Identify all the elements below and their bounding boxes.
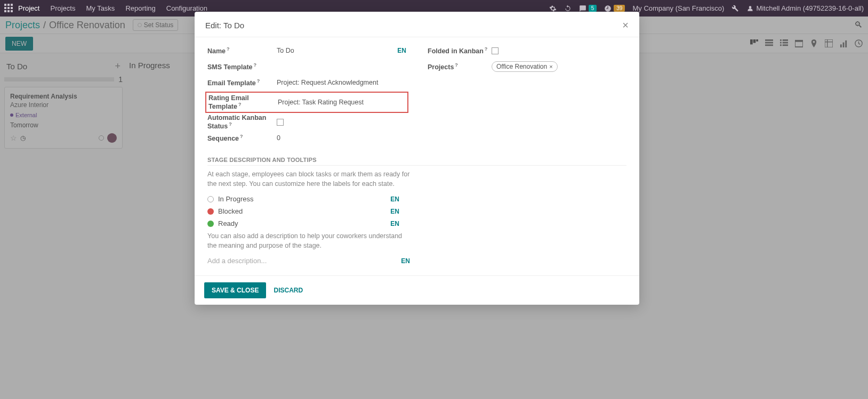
name-label: Name?	[207, 46, 277, 55]
modal-title: Edit: To Do	[205, 21, 244, 30]
description-field[interactable]: Add a description...	[207, 257, 267, 265]
lang-badge[interactable]: EN	[401, 257, 410, 265]
save-close-button[interactable]: SAVE & CLOSE	[204, 282, 266, 298]
svg-point-0	[749, 6, 752, 9]
folded-checkbox[interactable]	[492, 47, 499, 54]
blocked-label[interactable]: Blocked	[218, 207, 243, 215]
edit-stage-modal: Edit: To Do × Name? To Do EN SMS Templat…	[195, 12, 639, 305]
user-name: Mitchell Admin (49752239-16-0-all)	[756, 4, 864, 12]
activities-icon[interactable]: 39	[604, 5, 625, 12]
nav-configuration[interactable]: Configuration	[166, 4, 207, 12]
auto-kanban-checkbox[interactable]	[277, 119, 284, 126]
green-bullet-icon	[207, 221, 214, 227]
state-blocked: Blocked EN	[207, 207, 399, 215]
rating-template-row-highlighted: Rating Email Template? Project: Task Rat…	[205, 92, 408, 113]
lang-badge[interactable]: EN	[397, 47, 406, 54]
lang-badge[interactable]: EN	[390, 196, 399, 203]
auto-kanban-label: Automatic Kanban Status?	[207, 114, 277, 130]
discard-button[interactable]: DISCARD	[274, 282, 303, 298]
projects-label: Projects?	[428, 62, 492, 71]
company-switcher[interactable]: My Company (San Francisco)	[632, 4, 724, 12]
grey-bullet-icon	[207, 196, 214, 202]
lang-badge[interactable]: EN	[390, 220, 399, 227]
help-text-1: At each stage, employees can block tasks…	[207, 170, 410, 189]
nav-reporting[interactable]: Reporting	[125, 4, 155, 12]
project-tag[interactable]: Office Renovation×	[492, 61, 558, 72]
messages-count: 5	[589, 5, 597, 12]
red-bullet-icon	[207, 208, 214, 215]
refresh-icon[interactable]	[564, 5, 572, 12]
remove-tag-icon[interactable]: ×	[549, 63, 552, 70]
email-template-field[interactable]: Project: Request Acknowledgment	[277, 79, 406, 86]
nav-projects[interactable]: Projects	[50, 4, 75, 12]
section-title: STAGE DESCRIPTION AND TOOLTIPS	[207, 157, 626, 166]
gear-icon[interactable]	[549, 5, 557, 12]
sequence-field[interactable]: 0	[277, 134, 406, 142]
messages-icon[interactable]: 5	[579, 5, 597, 12]
sequence-label: Sequence?	[207, 134, 277, 142]
state-ready: Ready EN	[207, 219, 399, 227]
folded-label: Folded in Kanban?	[428, 46, 492, 55]
tools-icon[interactable]	[732, 5, 739, 12]
name-field[interactable]: To Do	[277, 47, 397, 54]
brand[interactable]: Project	[18, 4, 39, 12]
help-text-2: You can also add a description to help y…	[207, 232, 410, 250]
apps-icon[interactable]	[4, 4, 14, 13]
close-icon[interactable]: ×	[622, 19, 629, 31]
activities-count: 39	[614, 5, 625, 12]
sms-template-label: SMS Template?	[207, 62, 277, 71]
ready-label[interactable]: Ready	[218, 219, 238, 227]
state-in-progress: In Progress EN	[207, 195, 399, 203]
user-menu[interactable]: Mitchell Admin (49752239-16-0-all)	[746, 4, 864, 12]
lang-badge[interactable]: EN	[390, 208, 399, 215]
nav-my-tasks[interactable]: My Tasks	[86, 4, 115, 12]
in-progress-label[interactable]: In Progress	[218, 195, 253, 203]
rating-template-label: Rating Email Template?	[208, 94, 278, 110]
rating-template-field[interactable]: Project: Task Rating Request	[278, 99, 405, 106]
email-template-label: Email Template?	[207, 78, 277, 87]
